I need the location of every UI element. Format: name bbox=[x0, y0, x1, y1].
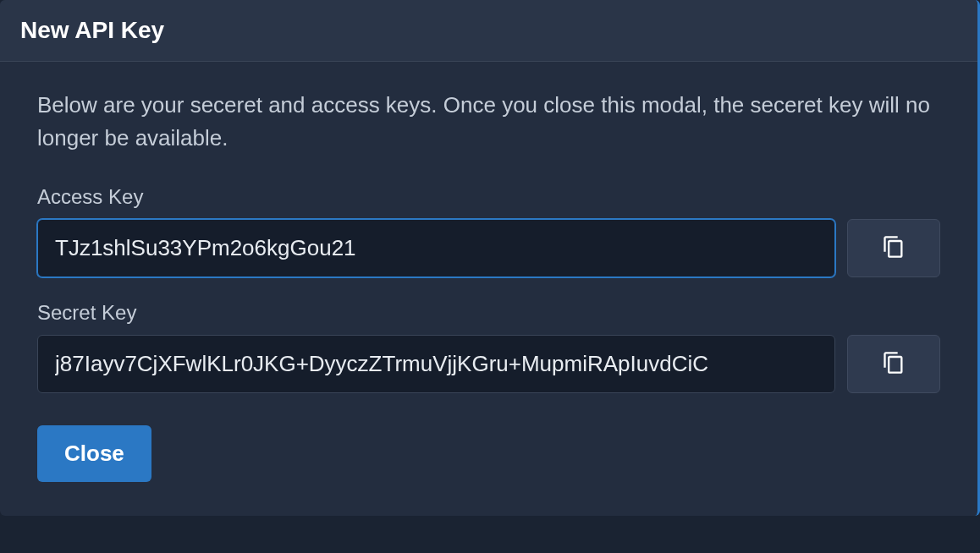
copy-icon bbox=[882, 351, 906, 377]
close-button[interactable]: Close bbox=[37, 425, 151, 482]
modal-title: New API Key bbox=[20, 17, 957, 44]
copy-icon bbox=[882, 235, 906, 261]
access-key-input[interactable] bbox=[37, 219, 835, 277]
modal-body: Below are your seceret and access keys. … bbox=[0, 62, 977, 516]
secret-key-input[interactable] bbox=[37, 335, 835, 393]
copy-access-key-button[interactable] bbox=[847, 219, 940, 277]
secret-key-label: Secret Key bbox=[37, 301, 940, 325]
copy-secret-key-button[interactable] bbox=[847, 335, 940, 393]
access-key-label: Access Key bbox=[37, 185, 940, 209]
secret-key-row bbox=[37, 335, 940, 393]
access-key-row bbox=[37, 219, 940, 277]
api-key-modal: New API Key Below are your seceret and a… bbox=[0, 0, 980, 516]
secret-key-field-group: Secret Key bbox=[37, 301, 940, 393]
modal-description: Below are your seceret and access keys. … bbox=[37, 89, 940, 155]
access-key-field-group: Access Key bbox=[37, 185, 940, 277]
modal-header: New API Key bbox=[0, 0, 977, 62]
